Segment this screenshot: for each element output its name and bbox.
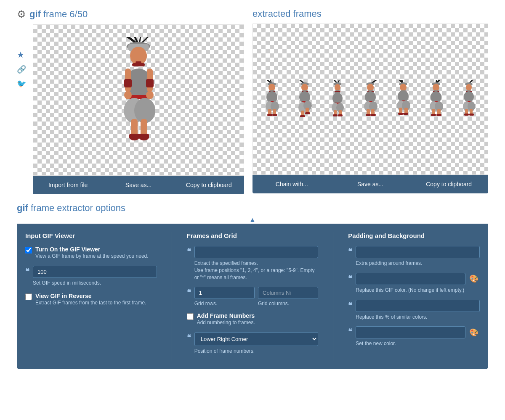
left-button-bar: Import from file Save as... Copy to clip… — [33, 176, 244, 194]
grid-cols-input[interactable] — [258, 287, 318, 299]
copy-to-clipboard-right-button[interactable]: Copy to clipboard — [409, 175, 488, 193]
copy-to-clipboard-left-button[interactable]: Copy to clipboard — [174, 176, 244, 194]
rows-label: Grid rows. — [194, 301, 255, 306]
svg-point-97 — [464, 91, 474, 102]
frame-thumb — [421, 78, 451, 120]
frames-grid-column: Frames and Grid ❝ 1, 15, 22, 26, 31, 36,… — [187, 232, 319, 361]
left-title-suffix: frame 6/50 — [41, 9, 88, 19]
padding-bg-title: Padding and Background — [348, 232, 480, 239]
collapse-arrow[interactable]: ▲ — [17, 216, 488, 224]
save-as-right-button[interactable]: Save as... — [331, 175, 410, 193]
frame-thumb — [257, 78, 287, 120]
replace-color-picker-button[interactable]: 🎨 — [468, 273, 480, 285]
save-as-left-button[interactable]: Save as... — [103, 176, 173, 194]
quote-icon-3: ❝ — [187, 288, 191, 297]
turn-on-gif-sublabel: View a GIF frame by frame at the speed y… — [35, 253, 149, 260]
frame-thumb — [388, 78, 418, 120]
twitter-icon[interactable]: 🐦 — [17, 79, 26, 88]
svg-rect-55 — [333, 114, 338, 116]
svg-rect-104 — [469, 114, 474, 116]
grid-rows-input[interactable] — [194, 287, 255, 299]
turn-on-gif-checkbox[interactable] — [25, 247, 32, 254]
frames-input[interactable]: 1, 15, 22, 26, 31, 36, 47 — [194, 246, 319, 258]
svg-point-19 — [146, 91, 154, 99]
add-frame-numbers-label: Add Frame Numbers — [197, 312, 255, 319]
quote-icon-6: ❝ — [348, 274, 352, 283]
new-color-label: Set the new color. — [356, 340, 480, 347]
quote-icon-4: ❝ — [187, 333, 191, 342]
add-frame-numbers-sublabel: Add numbering to frames. — [197, 319, 255, 326]
quote-icon-5: ❝ — [348, 247, 352, 256]
new-color-input[interactable]: white — [356, 326, 465, 338]
svg-point-34 — [301, 84, 308, 91]
svg-rect-79 — [398, 113, 403, 115]
svg-rect-13 — [139, 134, 149, 139]
speed-row: ❝ 100 Set GIF speed in milliseconds. — [25, 266, 157, 287]
svg-point-22 — [268, 84, 275, 91]
reverse-gif-label: View GIF in Reverse — [35, 293, 146, 299]
options-title-rest: frame extractor options — [28, 203, 125, 213]
svg-rect-91 — [431, 114, 436, 116]
grid-row: ❝ Grid rows. Grid columns. — [187, 287, 319, 306]
chain-with-button[interactable]: Chain with... — [252, 175, 331, 193]
svg-rect-8 — [131, 119, 138, 136]
quote-icon-8: ❝ — [348, 327, 352, 336]
speed-input[interactable]: 100 — [33, 266, 157, 278]
link-icon[interactable]: 🔗 — [17, 65, 26, 74]
padding-input[interactable]: 10 — [356, 246, 480, 258]
reverse-gif-checkbox[interactable] — [25, 293, 32, 300]
reverse-gif-sublabel: Extract GIF frames from the last to the … — [35, 299, 146, 306]
right-button-bar: Chain with... Save as... Copy to clipboa… — [252, 175, 488, 193]
padding-row: ❝ 10 Extra padding around frames. — [348, 246, 480, 267]
svg-point-73 — [398, 90, 409, 102]
svg-point-61 — [365, 91, 376, 103]
svg-rect-20 — [136, 61, 141, 63]
gif-viewer-canvas — [33, 24, 244, 176]
left-title-bold: gif — [29, 9, 41, 19]
percent-label: Replace this % of similar colors. — [356, 314, 480, 321]
reverse-gif-row: View GIF in Reverse Extract GIF frames f… — [25, 293, 157, 306]
new-color-picker-button[interactable]: 🎨 — [468, 327, 480, 338]
add-frame-numbers-checkbox[interactable] — [187, 313, 194, 320]
frame-thumb — [290, 78, 319, 120]
position-dropdown[interactable]: Lower Right Corner Lower Left Corner Upp… — [194, 332, 319, 346]
svg-rect-68 — [371, 114, 376, 116]
quote-icon: ❝ — [25, 267, 29, 276]
replace-color-row: ❝ transparent 🎨 Replace this GIF color. … — [348, 273, 480, 294]
svg-rect-44 — [305, 112, 310, 114]
frame-thumb — [454, 78, 484, 120]
add-frame-numbers-row: Add Frame Numbers Add numbering to frame… — [187, 312, 319, 326]
percent-row: ❝ 0% Replace this % of similar colors. — [348, 300, 480, 321]
svg-rect-103 — [464, 114, 469, 116]
quote-icon-7: ❝ — [348, 301, 352, 310]
svg-point-70 — [400, 84, 407, 91]
favorite-icon[interactable]: ★ — [17, 50, 26, 60]
quote-icon-2: ❝ — [187, 247, 191, 256]
svg-rect-48 — [335, 91, 340, 92]
new-color-row: ❝ white 🎨 Set the new color. — [348, 326, 480, 347]
svg-point-18 — [124, 91, 132, 99]
speed-label: Set GIF speed in milliseconds. — [33, 280, 157, 287]
svg-point-58 — [367, 84, 374, 91]
gear-icon: ⚙ — [17, 8, 26, 20]
svg-rect-17 — [146, 79, 154, 87]
svg-rect-3 — [132, 63, 145, 66]
replace-color-input[interactable]: transparent — [356, 273, 465, 285]
svg-rect-31 — [267, 114, 272, 116]
svg-point-82 — [433, 84, 439, 91]
extracted-frames-canvas — [252, 24, 488, 175]
svg-point-49 — [332, 93, 343, 104]
svg-rect-16 — [124, 79, 132, 87]
import-from-file-button[interactable]: Import from file — [33, 176, 103, 194]
percent-input[interactable]: 0% — [356, 300, 480, 312]
svg-rect-43 — [300, 115, 305, 117]
frames-grid-title: Frames and Grid — [187, 232, 319, 239]
svg-point-46 — [335, 84, 340, 91]
options-title-bold: gif — [17, 203, 28, 213]
options-panel: Input GIF Viewer Turn On the GIF Viewer … — [17, 224, 488, 369]
frames-hint: Extract the specified frames. Use frame … — [194, 260, 319, 281]
svg-rect-9 — [141, 119, 147, 136]
svg-rect-92 — [436, 114, 441, 116]
svg-point-85 — [431, 91, 441, 103]
frame-thumb — [356, 78, 385, 120]
